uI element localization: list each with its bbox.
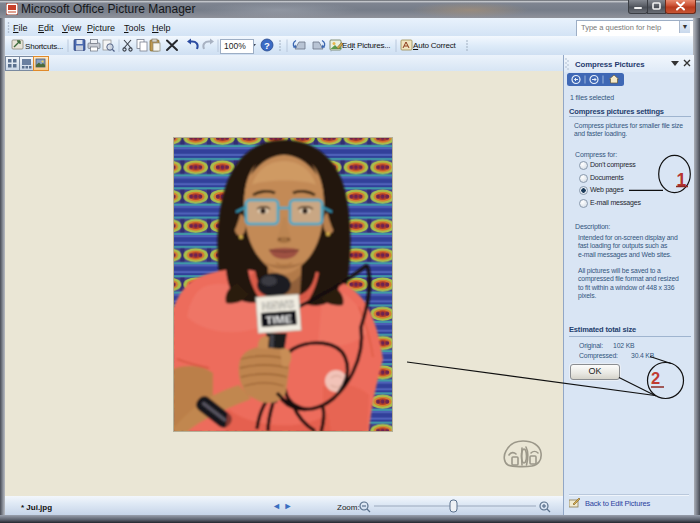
svg-text:2: 2 bbox=[651, 369, 660, 387]
